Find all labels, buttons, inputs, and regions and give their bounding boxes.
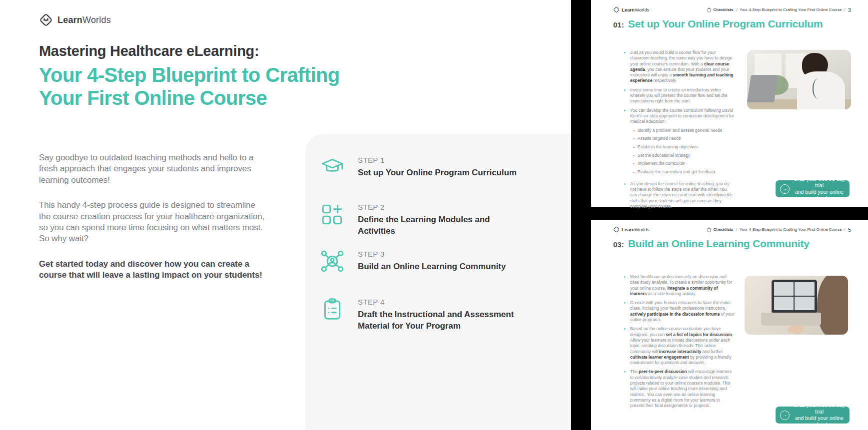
doctor-at-laptop-photo xyxy=(747,50,851,109)
text-run: As you design the course for online teac… xyxy=(630,181,733,209)
cta-line-2: and build your online school xyxy=(794,189,845,202)
preview-page-1: LearnWorlds Checklists / Your 4-Step Blu… xyxy=(591,0,868,207)
text-run: The xyxy=(630,369,639,374)
breadcrumb-doc-title: Your 4-Step Blueprint to Crafting Your F… xyxy=(740,227,842,232)
list-item: ✦ Invest some time to create an introduc… xyxy=(623,87,734,104)
list-item: ✦ Most healthcare professions rely on di… xyxy=(623,274,734,297)
sub-checklist: •Identify a problem and assess general n… xyxy=(633,128,734,175)
star-bullet-icon: ✦ xyxy=(623,369,627,409)
step-row-1: STEP 1 Set up Your Online Program Curric… xyxy=(320,155,523,180)
page-number: 5 xyxy=(848,227,851,233)
step-row-2: STEP 2 Define the Learning Modules and A… xyxy=(320,202,523,237)
breadcrumb-separator: / xyxy=(844,227,846,232)
step-label: STEP 3 xyxy=(358,250,523,258)
star-bullet-icon: ✦ xyxy=(623,87,627,104)
breadcrumb-section[interactable]: Checklists xyxy=(714,7,734,12)
text-run: increase interactivity xyxy=(659,349,702,354)
page-number: 3 xyxy=(848,7,851,13)
dot-icon: • xyxy=(633,144,635,150)
learnworlds-diamond-icon xyxy=(39,13,53,27)
list-item: ✦ Based on the online course curriculum … xyxy=(623,326,734,366)
cover-intro-text: Say goodbye to outdated teaching methods… xyxy=(39,152,265,295)
cover-title: Mastering Healthcare eLearning: Your 4-S… xyxy=(39,43,340,109)
text-run: You can develop the course curriculum fo… xyxy=(630,108,734,124)
star-bullet-icon: ✦ xyxy=(623,108,627,178)
learnworlds-diamond-icon xyxy=(613,226,620,233)
text-run: respectively. xyxy=(652,78,677,83)
text-run: Consult with your human resources to hav… xyxy=(630,300,731,311)
learnworlds-logo-small: LearnWorlds xyxy=(613,226,649,233)
video-call-laptop-photo xyxy=(745,276,848,335)
section-number: 03: xyxy=(613,240,624,249)
breadcrumb: Checklists / Your 4-Step Blueprint to Cr… xyxy=(707,7,851,13)
cta-line-1: Grab your free 30-day trial xyxy=(794,402,845,415)
learnworlds-wordmark: LearnWorlds xyxy=(57,15,111,25)
intro-paragraph-3: Get started today and discover how you c… xyxy=(39,259,265,281)
sub-list-item: •Assess targeted needs xyxy=(633,136,734,141)
sub-list-item: •Evaluate the curriculum and get feedbac… xyxy=(633,169,734,175)
preview-page-2: LearnWorlds Checklists / Your 4-Step Blu… xyxy=(591,220,868,430)
breadcrumb-separator: / xyxy=(736,7,738,12)
clipboard-icon xyxy=(707,7,711,12)
text-run: set a list of topics for discussion xyxy=(666,332,732,337)
step-label: STEP 1 xyxy=(358,156,523,164)
breadcrumb-section[interactable]: Checklists xyxy=(714,227,734,232)
cta-line-1: Grab your free 30-day trial xyxy=(794,176,845,189)
free-trial-button[interactable]: → Grab your free 30-day trial and build … xyxy=(776,407,850,424)
intro-paragraph-1: Say goodbye to outdated teaching methods… xyxy=(39,152,265,186)
learnworlds-wordmark: LearnWorlds xyxy=(622,227,649,232)
learnworlds-diamond-icon xyxy=(613,6,620,13)
text-run: cultivate learner engagement xyxy=(630,355,689,360)
star-bullet-icon: ✦ xyxy=(623,326,627,366)
page-header: LearnWorlds Checklists / Your 4-Step Blu… xyxy=(613,226,851,233)
section-number: 01: xyxy=(613,20,624,29)
section-heading: Set up Your Online Program Curriculum xyxy=(628,18,823,30)
step-title: Draft the Instructional and Assessment M… xyxy=(358,309,523,332)
list-item: ✦ Just as you would build a course flow … xyxy=(623,50,734,84)
list-item: ✦ The peer-to-peer discussion will encou… xyxy=(623,369,734,409)
arrow-right-icon: → xyxy=(780,184,790,194)
breadcrumb-separator: / xyxy=(844,7,846,12)
step-title: Set up Your Online Program Curriculum xyxy=(358,167,523,178)
text-run: Invest some time to create an introducto… xyxy=(630,87,728,104)
dot-icon: • xyxy=(633,161,635,166)
step-title: Build an Online Learning Community xyxy=(358,261,523,272)
intro-paragraph-2: This handy 4-step process guide is desig… xyxy=(39,200,265,245)
learnworlds-logo-small: LearnWorlds xyxy=(613,6,649,13)
graduation-cap-icon xyxy=(320,155,345,180)
section-title: 03: Build an Online Learning Community xyxy=(613,238,810,250)
list-item: ✦ As you design the course for online te… xyxy=(623,181,734,209)
text-run: actively participate in the discussion f… xyxy=(630,312,720,317)
text-run: will encourage learners to collaborative… xyxy=(630,369,732,408)
free-trial-button[interactable]: → Grab your free 30-day trial and build … xyxy=(776,180,850,197)
screen: LearnWorlds Mastering Healthcare eLearni… xyxy=(0,0,868,430)
modules-plus-icon xyxy=(320,202,345,227)
list-item: ✦ Consult with your human resources to h… xyxy=(623,300,734,323)
breadcrumb-doc-title: Your 4-Step Blueprint to Crafting Your F… xyxy=(740,7,842,12)
step-label: STEP 4 xyxy=(358,298,523,306)
star-bullet-icon: ✦ xyxy=(623,300,627,323)
breadcrumb-separator: / xyxy=(736,227,738,232)
clipboard-list-icon xyxy=(320,297,345,322)
star-bullet-icon: ✦ xyxy=(623,181,627,209)
text-run: and further xyxy=(701,349,723,354)
dot-icon: • xyxy=(633,136,635,141)
dot-icon: • xyxy=(633,153,635,158)
step-row-4: STEP 4 Draft the Instructional and Asses… xyxy=(320,297,523,332)
list-item: ✦ You can develop the course curriculum … xyxy=(623,108,734,178)
checklist: ✦ Most healthcare professions rely on di… xyxy=(623,274,734,413)
step-title: Define the Learning Modules and Activiti… xyxy=(358,214,523,237)
section-heading: Build an Online Learning Community xyxy=(628,238,810,250)
dot-icon: • xyxy=(633,169,635,175)
learnworlds-logo: LearnWorlds xyxy=(39,13,111,27)
page-header: LearnWorlds Checklists / Your 4-Step Blu… xyxy=(613,6,851,13)
checklist: ✦ Just as you would build a course flow … xyxy=(623,50,734,213)
sub-list-item: •Establish the learning objectives xyxy=(633,144,734,150)
community-network-icon xyxy=(320,249,345,274)
star-bullet-icon: ✦ xyxy=(623,274,627,297)
sub-list-item: •Implement the curriculum xyxy=(633,161,734,166)
steps-panel: STEP 1 Set up Your Online Program Curric… xyxy=(305,134,571,430)
sub-list-item: •Set the educational strategy xyxy=(633,153,734,158)
cta-line-2: and build your online school xyxy=(794,415,845,428)
dot-icon: • xyxy=(633,128,635,133)
